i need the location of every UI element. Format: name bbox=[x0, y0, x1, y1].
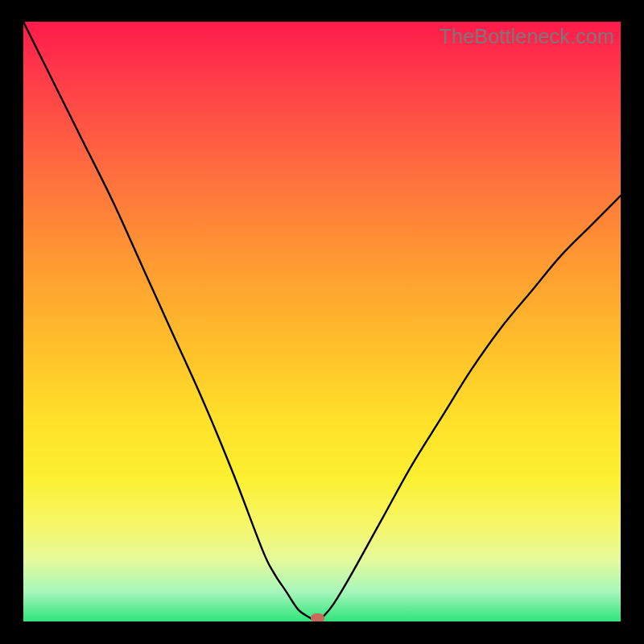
optimal-marker-icon bbox=[311, 613, 324, 621]
bottleneck-curve bbox=[23, 22, 621, 621]
plot-area: TheBottleneck.com bbox=[23, 22, 621, 621]
chart-frame: TheBottleneck.com bbox=[0, 0, 644, 644]
